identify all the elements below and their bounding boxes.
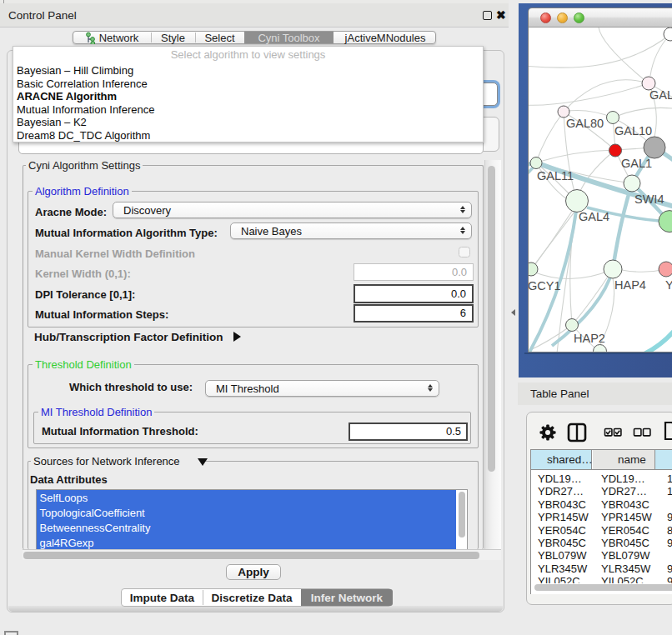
svg-text:GAL11: GAL11 [537, 169, 574, 182]
svg-text:HAP4: HAP4 [614, 278, 646, 292]
svg-text:GAL10: GAL10 [614, 124, 652, 138]
svg-text:HAP2: HAP2 [574, 332, 605, 345]
svg-text:GAL80: GAL80 [566, 117, 604, 130]
svg-text:SWI4: SWI4 [634, 192, 664, 206]
svg-text:GAL4: GAL4 [579, 210, 609, 223]
svg-text:GCY1: GCY1 [529, 279, 561, 292]
svg-text:YJ: YJ [665, 278, 672, 292]
svg-text:GAL1: GAL1 [621, 157, 652, 170]
svg-text:GAL7: GAL7 [649, 88, 672, 102]
